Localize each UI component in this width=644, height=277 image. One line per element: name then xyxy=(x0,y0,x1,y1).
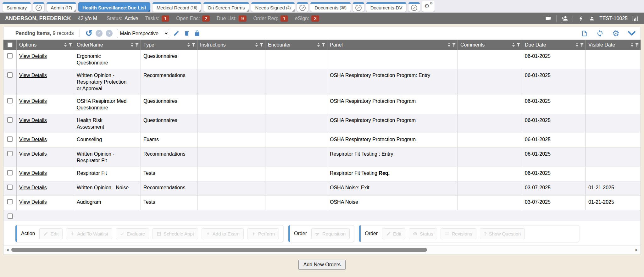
tab-settings-button[interactable]: ⚙ ⚙ xyxy=(422,1,435,12)
evaluate-button[interactable]: Evaluate xyxy=(116,228,149,239)
tab-needs-signed-popout-button[interactable]: ↗ xyxy=(297,2,308,12)
action-bars-row: Action Edit Add To Waitlist Evaluate Sch… xyxy=(15,225,641,242)
filter-icon[interactable] xyxy=(192,43,196,47)
view-details-link[interactable]: View Details xyxy=(19,151,47,157)
view-details-link[interactable]: View Details xyxy=(19,199,47,205)
perspective-select[interactable]: Main Perspective xyxy=(117,29,169,38)
tasks-counter[interactable]: Tasks: 1 xyxy=(145,15,169,22)
requisition-button[interactable]: Requisition xyxy=(311,228,350,239)
view-details-link[interactable]: View Details xyxy=(19,73,47,78)
new-document-icon[interactable] xyxy=(581,30,588,37)
scrollbar-thumb[interactable] xyxy=(11,248,427,252)
sort-icon[interactable] xyxy=(187,43,190,47)
revisions-button[interactable]: Revisions xyxy=(441,228,476,239)
tab-on-screen-forms[interactable]: On Screen Forms xyxy=(203,2,249,12)
filter-icon[interactable] xyxy=(259,43,264,47)
tab-medical-record[interactable]: Medical Record(16) xyxy=(153,2,202,12)
edit-perspective-button[interactable] xyxy=(173,30,180,36)
due-date-cell: 06-01-2025 xyxy=(522,148,586,167)
edit-button[interactable]: Edit xyxy=(39,228,63,239)
tab-documents[interactable]: Documents(38) xyxy=(310,2,350,12)
table-row: View Details Audiogram Tests OSHA Noise … xyxy=(3,196,641,210)
row-checkbox[interactable] xyxy=(7,53,13,58)
row-checkbox[interactable] xyxy=(8,213,13,219)
row-checkbox[interactable] xyxy=(7,185,13,190)
row-checkbox[interactable] xyxy=(7,170,13,175)
tab-admin[interactable]: Admin(17) xyxy=(47,2,76,12)
table-body: View Details Ergonomic Questionnaire Que… xyxy=(3,50,641,221)
filter-icon[interactable] xyxy=(68,43,72,47)
sort-icon[interactable] xyxy=(131,43,133,47)
tab-documents-dv-popout-button[interactable]: ↗ xyxy=(408,2,420,12)
view-details-link[interactable]: View Details xyxy=(19,185,47,190)
gear-icon[interactable]: ⚙ xyxy=(612,29,619,37)
add-to-waitlist-button[interactable]: Add To Waitlist xyxy=(66,228,112,239)
next-chevron-icon[interactable]: › xyxy=(106,30,113,37)
row-checkbox[interactable] xyxy=(7,151,13,156)
schedule-appt-button[interactable]: Schedule Appt xyxy=(153,228,198,239)
pencil-icon xyxy=(173,30,180,36)
bar-chart-icon[interactable] xyxy=(632,15,639,22)
sort-icon[interactable] xyxy=(64,43,67,47)
order-req-counter[interactable]: Order Req: 1 xyxy=(253,15,288,22)
person-add-icon[interactable] xyxy=(561,15,568,22)
view-details-link[interactable]: View Details xyxy=(19,137,47,142)
sort-icon[interactable] xyxy=(576,43,578,47)
filter-icon[interactable] xyxy=(135,43,139,47)
select-all-checkbox[interactable] xyxy=(7,42,13,47)
visible-date-cell xyxy=(586,95,641,114)
due-list-counter[interactable]: Due List: 9 xyxy=(217,15,246,22)
tab-needs-signed[interactable]: Needs Signed(4) xyxy=(251,2,295,12)
add-new-orders-button[interactable]: Add New Orders xyxy=(298,260,346,270)
patient-banner: ANDERSON, FREDERICK 42 y/o M Status: Act… xyxy=(0,13,644,24)
view-details-link[interactable]: View Details xyxy=(19,98,47,104)
table-header: Options OrderName Type Instructions Enco xyxy=(3,40,641,50)
video-camera-icon[interactable] xyxy=(545,15,552,22)
row-checkbox[interactable] xyxy=(7,136,13,142)
undo-icon[interactable]: ↺ xyxy=(86,29,93,37)
filter-icon[interactable] xyxy=(321,43,325,47)
sort-icon[interactable] xyxy=(255,43,258,47)
tab-health-surveillance-due-list[interactable]: Health Surveillance:Due List xyxy=(78,2,150,12)
show-question-button[interactable]: ?Show Question xyxy=(480,228,525,239)
sort-icon[interactable] xyxy=(631,43,633,47)
column-instructions: Instructions xyxy=(197,40,265,50)
row-checkbox[interactable] xyxy=(7,98,13,103)
order-edit-button[interactable]: Edit xyxy=(382,228,405,239)
filter-icon[interactable] xyxy=(452,43,456,47)
prev-chevron-icon[interactable]: ‹ xyxy=(96,30,103,37)
sort-icon[interactable] xyxy=(317,43,320,47)
collapse-chevron-icon[interactable] xyxy=(628,31,636,36)
status-button[interactable]: Status xyxy=(409,228,437,239)
filter-icon[interactable] xyxy=(580,43,584,47)
tab-summary-popout-button[interactable]: ↗ xyxy=(33,2,44,12)
corner-fold-icon xyxy=(199,9,201,12)
add-to-exam-button[interactable]: Add to Exam xyxy=(202,228,244,239)
lightning-icon[interactable] xyxy=(578,15,584,22)
open-enc-counter[interactable]: Open Enc: 2 xyxy=(176,15,210,22)
view-details-link[interactable]: View Details xyxy=(19,170,47,176)
row-checkbox[interactable] xyxy=(7,72,13,78)
tab-documents-popout-button[interactable]: ↗ xyxy=(353,2,364,12)
tab-summary[interactable]: Summary xyxy=(3,2,31,12)
lock-perspective-button[interactable] xyxy=(194,30,200,36)
filter-icon[interactable] xyxy=(516,43,520,47)
view-details-link[interactable]: View Details xyxy=(19,53,47,59)
sort-icon[interactable] xyxy=(512,43,515,47)
refresh-icon[interactable] xyxy=(596,30,604,37)
delete-perspective-button[interactable] xyxy=(184,30,190,36)
view-details-link[interactable]: View Details xyxy=(19,118,47,123)
filter-icon[interactable] xyxy=(635,43,639,47)
esign-counter[interactable]: eSign: 3 xyxy=(295,15,319,22)
scroll-right-arrow[interactable]: ► xyxy=(635,247,639,252)
encounter-cell xyxy=(265,181,327,196)
scroll-left-arrow[interactable]: ◄ xyxy=(5,247,9,252)
order-type: Questionnaires xyxy=(141,50,197,69)
perform-button[interactable]: Perform xyxy=(247,228,279,239)
sort-icon[interactable] xyxy=(448,43,450,47)
row-checkbox[interactable] xyxy=(7,199,13,204)
person-icon[interactable] xyxy=(589,16,595,21)
column-visible-date: Visible Date xyxy=(586,40,641,50)
row-checkbox[interactable] xyxy=(7,117,13,123)
tab-documents-dv[interactable]: Documents-DV xyxy=(366,2,407,12)
